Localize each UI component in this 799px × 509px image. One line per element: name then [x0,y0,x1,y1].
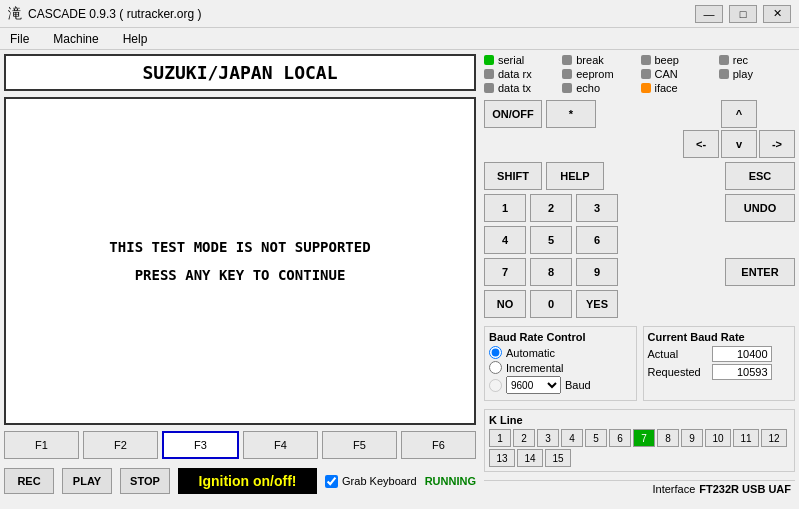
num3-button[interactable]: 3 [576,194,618,222]
led-datatx [484,83,494,93]
close-button[interactable]: ✕ [763,5,791,23]
num8-button[interactable]: 8 [530,258,572,286]
fkey-f6[interactable]: F6 [401,431,476,459]
left-panel: SUZUKI/JAPAN LOCAL THIS TEST MODE IS NOT… [0,50,480,501]
requested-value: 10593 [712,364,772,380]
led-iface [641,83,651,93]
kline-btn-5[interactable]: 5 [585,429,607,447]
kline-btn-3[interactable]: 3 [537,429,559,447]
num5-button[interactable]: 5 [530,226,572,254]
num1-button[interactable]: 1 [484,194,526,222]
led-break [562,55,572,65]
kline-btn-9[interactable]: 9 [681,429,703,447]
num7-button[interactable]: 7 [484,258,526,286]
requested-baud-row: Requested 10593 [648,364,791,380]
actual-value: 10400 [712,346,772,362]
num0-button[interactable]: 0 [530,290,572,318]
kline-btn-14[interactable]: 14 [517,449,543,467]
kline-btn-12[interactable]: 12 [761,429,787,447]
running-label: RUNNING [425,475,476,487]
kline-btn-10[interactable]: 10 [705,429,731,447]
led-serial [484,55,494,65]
interface-label: Interface [653,483,696,495]
kline-btn-13[interactable]: 13 [489,449,515,467]
esc-button[interactable]: ESC [725,162,795,190]
kline-section: K Line 1 2 3 4 5 6 7 8 9 10 11 12 13 14 … [484,409,795,472]
fkeys-row: F1 F2 F3 F4 F5 F6 [4,431,476,459]
fkey-f4[interactable]: F4 [243,431,318,459]
kline-btn-4[interactable]: 4 [561,429,583,447]
menu-help[interactable]: Help [117,30,154,48]
led-eeprom [562,69,572,79]
on-off-button[interactable]: ON/OFF [484,100,542,128]
menu-machine[interactable]: Machine [47,30,104,48]
kline-btn-2[interactable]: 2 [513,429,535,447]
undo-button[interactable]: UNDO [725,194,795,222]
fkey-f5[interactable]: F5 [322,431,397,459]
indicator-break-label: break [576,54,604,66]
bottom-row: Baud Rate Control Automatic Incremental … [484,326,795,401]
indicator-beep: beep [641,54,717,66]
manual-radio[interactable] [489,379,502,392]
actual-label: Actual [648,348,708,360]
automatic-radio-row: Automatic [489,346,632,359]
ctrl-row-3: 1 2 3 UNDO [484,194,795,222]
header-display: SUZUKI/JAPAN LOCAL [4,54,476,91]
fkey-f3[interactable]: F3 [162,431,239,459]
kline-btn-7[interactable]: 7 [633,429,655,447]
ignition-label: Ignition on/off! [178,468,317,494]
fkey-f2[interactable]: F2 [83,431,158,459]
kline-btn-8[interactable]: 8 [657,429,679,447]
indicator-echo: echo [562,82,638,94]
baud-select[interactable]: 9600 19200 38400 [506,376,561,394]
arrow-left-button[interactable]: <- [683,130,719,158]
indicator-datarx: data rx [484,68,560,80]
indicator-eeprom-label: eeprom [576,68,613,80]
incremental-radio[interactable] [489,361,502,374]
no-button[interactable]: NO [484,290,526,318]
yes-button[interactable]: YES [576,290,618,318]
ctrl-row-6: NO 0 YES [484,290,795,318]
menu-file[interactable]: File [4,30,35,48]
kline-title: K Line [489,414,790,426]
ctrl-row-5: 7 8 9 ENTER [484,258,795,286]
arrow-up-button[interactable]: ^ [721,100,757,128]
baud-section: Baud Rate Control Automatic Incremental … [484,326,637,401]
num9-button[interactable]: 9 [576,258,618,286]
kline-btn-11[interactable]: 11 [733,429,759,447]
arrow-down-button[interactable]: v [721,130,757,158]
grab-keyboard-label: Grab Keyboard [342,475,417,487]
indicator-eeprom: eeprom [562,68,638,80]
rec-button[interactable]: REC [4,468,54,494]
indicator-echo-label: echo [576,82,600,94]
num4-button[interactable]: 4 [484,226,526,254]
grab-keyboard-checkbox[interactable] [325,475,338,488]
title-bar-title: CASCADE 0.9.3 ( rutracker.org ) [28,7,201,21]
indicator-break: break [562,54,638,66]
enter-button[interactable]: ENTER [725,258,795,286]
main-content: SUZUKI/JAPAN LOCAL THIS TEST MODE IS NOT… [0,50,799,501]
kline-btn-6[interactable]: 6 [609,429,631,447]
kline-btn-1[interactable]: 1 [489,429,511,447]
help-button[interactable]: HELP [546,162,604,190]
restore-button[interactable]: □ [729,5,757,23]
kline-btn-15[interactable]: 15 [545,449,571,467]
shift-button[interactable]: SHIFT [484,162,542,190]
incremental-radio-row: Incremental [489,361,632,374]
current-baud-title: Current Baud Rate [648,331,791,343]
automatic-radio[interactable] [489,346,502,359]
fkey-f1[interactable]: F1 [4,431,79,459]
automatic-label: Automatic [506,347,555,359]
led-rec [719,55,729,65]
num2-button[interactable]: 2 [530,194,572,222]
stop-button[interactable]: STOP [120,468,170,494]
arrow-right-button[interactable]: -> [759,130,795,158]
controls-area: ON/OFF * ^ <- v -> SHIFT HE [484,100,795,318]
title-bar-left: 滝 CASCADE 0.9.3 ( rutracker.org ) [8,5,201,23]
minimize-button[interactable]: — [695,5,723,23]
play-button[interactable]: PLAY [62,468,112,494]
num6-button[interactable]: 6 [576,226,618,254]
star-button[interactable]: * [546,100,596,128]
incremental-label: Incremental [506,362,563,374]
message-display: THIS TEST MODE IS NOT SUPPORTED PRESS AN… [4,97,476,425]
